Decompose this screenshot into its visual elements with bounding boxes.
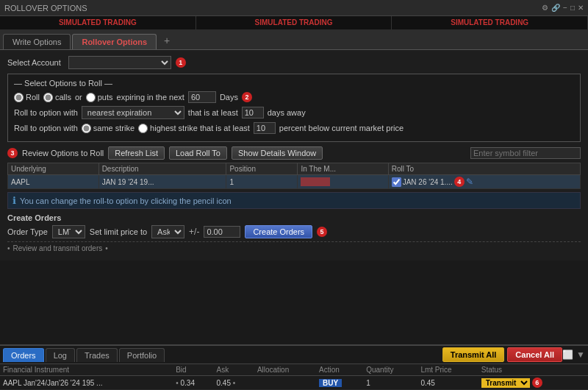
radio-calls-option[interactable]: calls xyxy=(43,93,71,102)
review-options-header: 3 Review Options to Roll Refresh List Lo… xyxy=(7,146,581,160)
radio-calls[interactable]: Roll xyxy=(14,93,40,102)
tab-orders[interactable]: Orders xyxy=(3,348,44,362)
radio-same-strike[interactable]: same strike xyxy=(82,124,135,133)
col-description: Description xyxy=(98,163,226,175)
sim-banner-1: SIMULATED TRADING xyxy=(0,16,196,29)
tab-rollover-options[interactable]: Rollover Options xyxy=(72,34,157,49)
create-orders-button[interactable]: Create Orders xyxy=(245,225,312,238)
account-select[interactable] xyxy=(68,56,171,69)
sim-banner-3: SIMULATED TRADING xyxy=(392,16,588,29)
roll-to-value: JAN 26 '24 1.... xyxy=(403,178,453,186)
order-quantity: 1 xyxy=(363,376,417,390)
radio-puts-option[interactable]: puts xyxy=(86,93,113,102)
col-bid: Bid xyxy=(173,364,213,376)
link-icon[interactable]: 🔗 xyxy=(551,4,560,12)
status-select[interactable]: Transmit Cancel xyxy=(481,378,530,388)
select-account-row: Select Account 1 xyxy=(7,56,581,69)
days-away-input[interactable] xyxy=(242,107,264,118)
col-status: Status xyxy=(478,364,588,376)
radio-puts-input[interactable] xyxy=(86,93,96,102)
ask-dot: • xyxy=(233,379,236,387)
same-strike-label: same strike xyxy=(93,124,135,132)
review-options-section: 3 Review Options to Roll Refresh List Lo… xyxy=(7,146,581,209)
minimize-icon[interactable]: − xyxy=(563,4,567,12)
roll-to-label: Roll to option with xyxy=(14,108,78,117)
load-roll-to-button[interactable]: Load Roll To xyxy=(169,146,227,160)
col-action: Action xyxy=(316,364,363,376)
tab-trades[interactable]: Trades xyxy=(76,348,118,362)
radio-highest-strike[interactable]: highest strike that is at least xyxy=(138,124,250,133)
info-icon: ℹ xyxy=(12,195,16,206)
panel-icon-1[interactable]: ⬜ xyxy=(562,350,573,360)
status-badge: 6 xyxy=(532,377,542,388)
close-icon[interactable]: ✕ xyxy=(578,4,584,12)
expiration-select[interactable]: nearest expiration farthest expiration s… xyxy=(82,106,184,119)
that-is-label: that is at least xyxy=(188,108,238,117)
cell-position: 1 xyxy=(226,175,298,189)
settings-icon[interactable]: ⚙ xyxy=(542,4,548,12)
symbol-filter-input[interactable] xyxy=(470,147,581,159)
roll-label: Roll xyxy=(26,93,40,102)
radio-calls-input[interactable] xyxy=(14,93,24,102)
cell-description: JAN 19 '24 19... xyxy=(98,175,226,189)
order-bid: • 0.34 xyxy=(173,376,213,390)
dot-left: • xyxy=(7,244,10,252)
set-limit-label: Set limit price to xyxy=(90,227,147,236)
roll-to-badge: 4 xyxy=(454,177,465,187)
review-transmit-label: Review and transmit orders xyxy=(13,244,103,252)
strike-label: Roll to option with xyxy=(14,124,78,132)
order-lmt-price: 0.45 xyxy=(417,376,478,390)
puts-label: puts xyxy=(98,93,113,102)
days-label: Days xyxy=(220,93,238,102)
orders-panel: Orders Log Trades Portfolio Transmit All… xyxy=(0,344,588,390)
radio-highest-strike-input[interactable] xyxy=(138,124,148,133)
show-details-button[interactable]: Show Details Window xyxy=(232,146,323,160)
panel-icons: ⬜ ▼ xyxy=(562,350,585,360)
options-line-1: Roll calls or puts expiring in the next … xyxy=(14,91,574,103)
radio-same-strike-input[interactable] xyxy=(82,124,91,133)
cancel-all-button[interactable]: Cancel All xyxy=(507,347,562,362)
maximize-icon[interactable]: □ xyxy=(570,4,575,12)
select-options-title-text: Select Options to Roll xyxy=(24,79,102,88)
expiring-label: expiring in the next xyxy=(117,93,184,102)
radio-calls-opt-input[interactable] xyxy=(43,93,53,102)
panel-icon-2[interactable]: ▼ xyxy=(576,350,585,360)
pencil-icon[interactable]: ✎ xyxy=(466,177,473,187)
col-lmt-price: Lmt Price xyxy=(417,364,478,376)
price-input[interactable] xyxy=(204,226,240,238)
days-badge: 2 xyxy=(242,92,252,102)
tab-portfolio[interactable]: Portfolio xyxy=(119,348,165,362)
col-in-money: In The M... xyxy=(298,163,388,175)
days-input[interactable] xyxy=(188,91,216,103)
roll-to-checkbox-cell: JAN 26 '24 1.... 4 ✎ xyxy=(392,177,577,187)
info-text: You can change the roll-to option by cli… xyxy=(20,196,232,205)
col-allocation: Allocation xyxy=(254,364,316,376)
cell-underlying: AAPL xyxy=(8,175,99,189)
order-type-label: Order Type xyxy=(7,227,48,236)
col-quantity: Quantity xyxy=(363,364,417,376)
order-instrument: AAPL Jan'24/Jan'26 '24 195 ... xyxy=(0,376,173,390)
transmit-all-button[interactable]: Transmit All xyxy=(442,347,505,362)
percent-input[interactable] xyxy=(254,122,276,134)
tab-log[interactable]: Log xyxy=(46,348,75,362)
ask-select[interactable]: Ask Bid Mid xyxy=(151,225,184,238)
title-bar-controls: ⚙ 🔗 − □ ✕ xyxy=(542,4,584,12)
tab-write-options[interactable]: Write Options xyxy=(3,34,71,49)
highest-strike-label: highest strike that is at least xyxy=(150,124,250,132)
order-table-row: AAPL Jan'24/Jan'26 '24 195 ... • 0.34 0.… xyxy=(0,376,588,390)
sim-banner-2: SIMULATED TRADING xyxy=(196,16,392,29)
col-ask: Ask xyxy=(214,364,254,376)
order-type-select[interactable]: LMT MKT STP xyxy=(52,225,85,238)
orders-table: Financial Instrument Bid Ask Allocation … xyxy=(0,364,588,390)
col-instrument: Financial Instrument xyxy=(0,364,173,376)
select-options-title: — xyxy=(14,79,24,88)
dot-right: • xyxy=(105,244,108,252)
info-bar: ℹ You can change the roll-to option by c… xyxy=(7,192,581,209)
tab-add-button[interactable]: + xyxy=(158,32,176,49)
create-orders-badge: 5 xyxy=(317,227,327,237)
table-row: AAPL JAN 19 '24 19... 1 JAN 26 '24 1....… xyxy=(8,175,581,189)
main-content: Select Account 1 — Select Options to Rol… xyxy=(0,50,588,260)
review-badge: 3 xyxy=(7,148,18,158)
refresh-list-button[interactable]: Refresh List xyxy=(108,146,165,160)
roll-to-checkbox[interactable] xyxy=(392,177,401,187)
